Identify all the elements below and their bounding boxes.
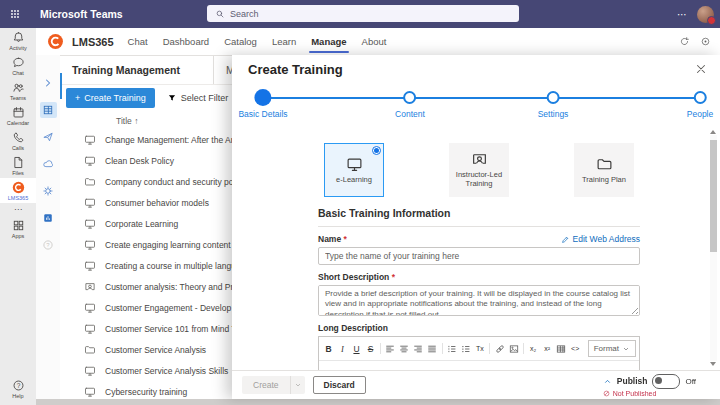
wizard-stepper: Basic Details Content Settings People bbox=[232, 84, 720, 132]
underline-button[interactable]: U bbox=[350, 342, 363, 355]
toggle-state-label: Off bbox=[685, 377, 696, 386]
align-left-button[interactable] bbox=[384, 342, 397, 355]
source-button[interactable]: <> bbox=[569, 342, 582, 355]
monitor-icon bbox=[84, 386, 96, 398]
phone-icon bbox=[12, 131, 25, 144]
nav-course-creator[interactable] bbox=[40, 129, 57, 145]
step-content[interactable]: Content bbox=[395, 84, 425, 119]
modal-title: Create Training bbox=[248, 62, 343, 77]
strikethrough-button[interactable]: S bbox=[364, 342, 377, 355]
discard-button[interactable]: Discard bbox=[313, 376, 366, 394]
remove-format-button[interactable]: Tx bbox=[473, 342, 486, 355]
nav-cloud[interactable] bbox=[40, 156, 57, 172]
tab-training-management[interactable]: Training Management bbox=[60, 55, 214, 84]
active-nav-indicator bbox=[60, 73, 62, 99]
tab-about[interactable]: About bbox=[362, 28, 387, 55]
numbered-list-icon bbox=[447, 344, 457, 354]
monitor-icon bbox=[84, 155, 96, 167]
align-center-button[interactable] bbox=[398, 342, 411, 355]
step-people[interactable]: People bbox=[687, 84, 713, 119]
publish-label: Publish bbox=[617, 376, 648, 386]
expand-nav-button[interactable] bbox=[40, 75, 57, 91]
required-asterisk: * bbox=[344, 234, 347, 244]
create-options-button[interactable] bbox=[290, 376, 305, 394]
scrollbar-track[interactable] bbox=[710, 135, 717, 361]
waffle-menu-icon[interactable] bbox=[0, 0, 30, 28]
insert-table-button[interactable] bbox=[555, 342, 568, 355]
select-filter-button[interactable]: Select Filter bbox=[167, 93, 243, 103]
link-button[interactable] bbox=[493, 342, 506, 355]
name-input[interactable] bbox=[318, 247, 640, 265]
refresh-icon[interactable] bbox=[679, 36, 690, 47]
rail-more-icon[interactable]: ⋯ bbox=[14, 203, 22, 216]
create-training-button[interactable]: + Create Training bbox=[66, 88, 155, 108]
step-basic-details[interactable]: Basic Details bbox=[238, 84, 287, 119]
tab-manage[interactable]: Manage bbox=[311, 28, 346, 55]
chevron-up-icon[interactable] bbox=[603, 377, 612, 386]
chat-icon bbox=[12, 56, 25, 69]
nav-app[interactable] bbox=[40, 210, 57, 226]
rail-item-activity[interactable]: Activity bbox=[0, 28, 36, 53]
create-button[interactable]: Create bbox=[242, 376, 290, 394]
short-description-input[interactable] bbox=[318, 285, 640, 316]
card-elearning[interactable]: e-Learning bbox=[324, 143, 384, 197]
align-justify-icon bbox=[427, 344, 437, 354]
rail-item-calls[interactable]: Calls bbox=[0, 128, 36, 153]
subscript-button[interactable]: x₂ bbox=[527, 342, 540, 355]
format-dropdown[interactable]: Format bbox=[588, 340, 636, 357]
monitor-icon bbox=[84, 365, 96, 377]
step-settings[interactable]: Settings bbox=[538, 84, 569, 119]
training-type-cards: e-Learning Instructor-Led Training Train… bbox=[318, 143, 640, 197]
calendar-icon bbox=[12, 106, 25, 119]
people-icon bbox=[12, 81, 25, 94]
card-instructor-led[interactable]: Instructor-Led Training bbox=[449, 143, 509, 197]
card-training-plan[interactable]: Training Plan bbox=[574, 143, 634, 197]
publish-toggle[interactable] bbox=[652, 374, 680, 389]
search-input[interactable]: Search bbox=[207, 5, 519, 22]
training-title: Company conduct and security policies bbox=[105, 177, 252, 187]
bold-button[interactable]: B bbox=[322, 342, 335, 355]
numbered-list-button[interactable] bbox=[445, 342, 458, 355]
rail-item-apps[interactable]: Apps bbox=[0, 216, 36, 241]
cloud-icon bbox=[42, 158, 54, 170]
edit-web-address-link[interactable]: Edit Web Address bbox=[561, 234, 640, 244]
tab-learn[interactable]: Learn bbox=[272, 28, 296, 55]
step-dot bbox=[254, 89, 271, 106]
tab-dashboard[interactable]: Dashboard bbox=[163, 28, 209, 55]
nav-info[interactable] bbox=[40, 237, 57, 253]
presence-dot bbox=[707, 16, 716, 25]
rail-item-chat[interactable]: Chat bbox=[0, 53, 36, 78]
avatar[interactable] bbox=[697, 6, 714, 23]
step-dot bbox=[547, 91, 560, 104]
nav-training-management[interactable] bbox=[40, 102, 57, 118]
paper-plane-icon bbox=[42, 131, 54, 143]
rail-item-lms365[interactable]: LMS365 bbox=[0, 178, 36, 203]
target-icon[interactable] bbox=[700, 36, 711, 47]
scroll-up-arrow[interactable] bbox=[710, 130, 716, 134]
tab-catalog[interactable]: Catalog bbox=[224, 28, 257, 55]
app-box-icon bbox=[42, 212, 54, 224]
required-asterisk: * bbox=[392, 272, 395, 282]
rail-item-teams[interactable]: Teams bbox=[0, 78, 36, 103]
more-options-icon[interactable]: ⋯ bbox=[677, 9, 688, 20]
tab-chat[interactable]: Chat bbox=[128, 28, 148, 55]
image-button[interactable] bbox=[507, 342, 520, 355]
align-justify-button[interactable] bbox=[426, 342, 439, 355]
scrollbar-thumb[interactable] bbox=[710, 140, 717, 252]
folder-icon bbox=[84, 176, 96, 188]
bulleted-list-button[interactable] bbox=[459, 342, 472, 355]
monitor-icon bbox=[84, 239, 96, 251]
scroll-down-arrow[interactable] bbox=[710, 362, 716, 366]
modal-scrollbar[interactable] bbox=[709, 129, 717, 367]
italic-button[interactable]: I bbox=[336, 342, 349, 355]
rail-item-calendar[interactable]: Calendar bbox=[0, 103, 36, 128]
rail-item-files[interactable]: Files bbox=[0, 153, 36, 178]
monitor-icon bbox=[345, 156, 364, 173]
rail-item-help[interactable]: Help bbox=[0, 376, 36, 401]
superscript-button[interactable]: x² bbox=[541, 342, 554, 355]
basic-info-form: Basic Training Information Name * Edit W… bbox=[318, 203, 640, 398]
align-right-button[interactable] bbox=[412, 342, 425, 355]
close-icon[interactable] bbox=[694, 62, 708, 76]
nav-settings[interactable] bbox=[40, 183, 57, 199]
create-training-modal: Create Training Basic Details Content Se… bbox=[232, 55, 720, 399]
